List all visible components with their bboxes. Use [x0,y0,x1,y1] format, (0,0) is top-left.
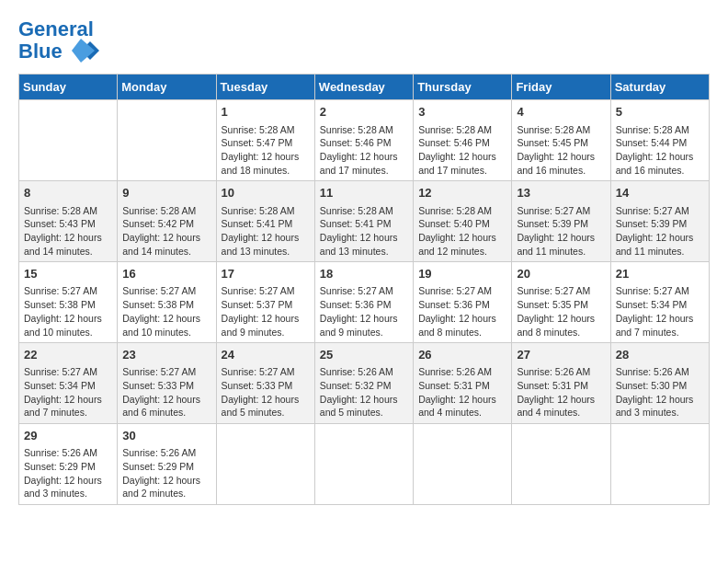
sunset-text: Sunset: 5:40 PM [418,218,490,229]
daylight-text: Daylight: 12 hours and 7 minutes. [24,394,102,419]
weekday-header-cell: Wednesday [314,75,413,100]
calendar-cell: 8 Sunrise: 5:28 AM Sunset: 5:43 PM Dayli… [19,181,118,262]
daylight-text: Daylight: 12 hours and 16 minutes. [517,151,595,176]
sunrise-text: Sunrise: 5:28 AM [320,124,393,135]
calendar-cell: 2 Sunrise: 5:28 AM Sunset: 5:46 PM Dayli… [314,100,413,181]
calendar-cell: 15 Sunrise: 5:27 AM Sunset: 5:38 PM Dayl… [19,262,118,343]
daylight-text: Daylight: 12 hours and 8 minutes. [418,313,496,338]
calendar-cell: 3 Sunrise: 5:28 AM Sunset: 5:46 PM Dayli… [414,100,512,181]
day-number: 21 [616,266,704,282]
sunset-text: Sunset: 5:36 PM [320,299,392,310]
daylight-text: Daylight: 12 hours and 11 minutes. [517,232,595,257]
sunrise-text: Sunrise: 5:28 AM [222,205,295,216]
calendar-cell: 27 Sunrise: 5:26 AM Sunset: 5:31 PM Dayl… [512,343,610,424]
calendar-cell [610,424,709,505]
sunset-text: Sunset: 5:38 PM [24,299,96,310]
day-number: 26 [418,347,506,363]
day-number: 1 [222,104,310,121]
calendar-cell: 11 Sunrise: 5:28 AM Sunset: 5:41 PM Dayl… [314,181,413,262]
sunrise-text: Sunrise: 5:27 AM [418,285,492,296]
calendar-cell: 20 Sunrise: 5:27 AM Sunset: 5:35 PM Dayl… [512,262,610,343]
calendar-cell: 25 Sunrise: 5:26 AM Sunset: 5:32 PM Dayl… [314,343,413,424]
weekday-header-cell: Monday [118,75,216,100]
sunset-text: Sunset: 5:37 PM [222,299,293,310]
calendar-cell: 26 Sunrise: 5:26 AM Sunset: 5:31 PM Dayl… [414,343,512,424]
daylight-text: Daylight: 12 hours and 5 minutes. [222,394,300,419]
sunrise-text: Sunrise: 5:28 AM [418,205,492,216]
sunset-text: Sunset: 5:35 PM [517,299,588,310]
logo-text2: Blue [18,40,99,64]
sunset-text: Sunset: 5:41 PM [222,218,293,229]
day-number: 5 [616,104,704,121]
sunset-text: Sunset: 5:44 PM [616,137,688,148]
daylight-text: Daylight: 12 hours and 9 minutes. [320,313,398,338]
sunrise-text: Sunrise: 5:28 AM [320,205,393,216]
daylight-text: Daylight: 12 hours and 13 minutes. [222,232,300,257]
daylight-text: Daylight: 12 hours and 10 minutes. [24,313,102,338]
day-number: 8 [24,185,112,201]
sunset-text: Sunset: 5:47 PM [222,137,293,148]
daylight-text: Daylight: 12 hours and 3 minutes. [616,394,694,419]
sunset-text: Sunset: 5:31 PM [517,380,588,391]
sunrise-text: Sunrise: 5:26 AM [122,447,196,458]
calendar-cell: 23 Sunrise: 5:27 AM Sunset: 5:33 PM Dayl… [118,343,216,424]
day-number: 22 [24,347,112,363]
daylight-text: Daylight: 12 hours and 13 minutes. [320,232,398,257]
sunrise-text: Sunrise: 5:27 AM [122,366,196,377]
sunrise-text: Sunrise: 5:26 AM [616,366,689,377]
daylight-text: Daylight: 12 hours and 17 minutes. [320,151,398,176]
sunrise-text: Sunrise: 5:28 AM [222,124,295,135]
sunrise-text: Sunrise: 5:27 AM [122,285,196,296]
day-number: 9 [122,185,210,201]
weekday-header-cell: Friday [512,75,610,100]
calendar-cell [118,100,216,181]
sunrise-text: Sunrise: 5:27 AM [222,366,295,377]
sunrise-text: Sunrise: 5:26 AM [24,447,97,458]
sunset-text: Sunset: 5:38 PM [122,299,194,310]
day-number: 29 [24,428,112,444]
calendar-cell: 24 Sunrise: 5:27 AM Sunset: 5:33 PM Dayl… [216,343,314,424]
sunset-text: Sunset: 5:41 PM [320,218,392,229]
sunset-text: Sunset: 5:46 PM [418,137,490,148]
sunrise-text: Sunrise: 5:27 AM [616,285,689,296]
sunrise-text: Sunrise: 5:27 AM [517,205,590,216]
sunrise-text: Sunrise: 5:28 AM [616,124,689,135]
sunrise-text: Sunrise: 5:27 AM [222,285,295,296]
calendar-cell: 5 Sunrise: 5:28 AM Sunset: 5:44 PM Dayli… [610,100,709,181]
day-number: 28 [616,347,704,363]
sunset-text: Sunset: 5:39 PM [616,218,688,229]
calendar-cell: 28 Sunrise: 5:26 AM Sunset: 5:30 PM Dayl… [610,343,709,424]
day-number: 27 [517,347,605,363]
sunset-text: Sunset: 5:34 PM [616,299,688,310]
calendar-cell [19,100,118,181]
daylight-text: Daylight: 12 hours and 17 minutes. [418,151,496,176]
sunrise-text: Sunrise: 5:26 AM [418,366,492,377]
sunset-text: Sunset: 5:31 PM [418,380,490,391]
sunset-text: Sunset: 5:43 PM [24,218,96,229]
weekday-header-cell: Saturday [610,75,709,100]
sunset-text: Sunset: 5:46 PM [320,137,392,148]
sunrise-text: Sunrise: 5:27 AM [24,366,97,377]
calendar-cell: 4 Sunrise: 5:28 AM Sunset: 5:45 PM Dayli… [512,100,610,181]
sunset-text: Sunset: 5:42 PM [122,218,194,229]
day-number: 4 [517,104,605,121]
sunrise-text: Sunrise: 5:26 AM [517,366,590,377]
calendar-cell [414,424,512,505]
daylight-text: Daylight: 12 hours and 4 minutes. [517,394,595,419]
calendar-cell [512,424,610,505]
sunrise-text: Sunrise: 5:26 AM [320,366,393,377]
day-number: 2 [320,104,408,121]
daylight-text: Daylight: 12 hours and 11 minutes. [616,232,694,257]
calendar-cell: 22 Sunrise: 5:27 AM Sunset: 5:34 PM Dayl… [19,343,118,424]
sunset-text: Sunset: 5:36 PM [418,299,490,310]
sunrise-text: Sunrise: 5:27 AM [616,205,689,216]
calendar-week-row: 1 Sunrise: 5:28 AM Sunset: 5:47 PM Dayli… [19,100,710,181]
day-number: 16 [122,266,210,282]
day-number: 19 [418,266,506,282]
day-number: 25 [320,347,408,363]
day-number: 10 [222,185,310,201]
daylight-text: Daylight: 12 hours and 12 minutes. [418,232,496,257]
day-number: 30 [122,428,210,444]
daylight-text: Daylight: 12 hours and 4 minutes. [418,394,496,419]
day-number: 14 [616,185,704,201]
